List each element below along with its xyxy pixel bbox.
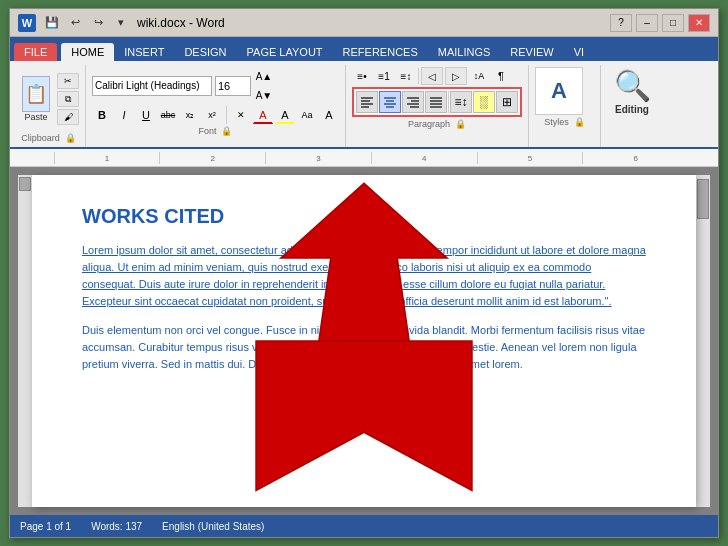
font-row1: A▲ A▼ — [92, 67, 339, 104]
tab-file[interactable]: FILE — [14, 43, 57, 61]
align-left-button[interactable] — [356, 91, 378, 113]
bold-button[interactable]: B — [92, 106, 112, 124]
undo-qat-button[interactable]: ↩ — [65, 14, 85, 32]
editing-group: 🔍 Editing — [603, 65, 663, 147]
tab-review[interactable]: REVIEW — [500, 43, 563, 61]
decrease-indent-button[interactable]: ◁ — [421, 67, 443, 85]
paragraph-align-row: ≡↕ ░ ⊞ — [352, 87, 522, 117]
paragraph-label: Paragraph 🔒 — [352, 117, 522, 131]
sort-button[interactable]: ↕A — [469, 67, 489, 85]
ruler-mark-4: 4 — [371, 152, 477, 164]
justify-button[interactable] — [425, 91, 447, 113]
subscript-button[interactable]: x₂ — [180, 106, 200, 124]
line-spacing-button[interactable]: ≡↕ — [450, 91, 472, 113]
doc-wrapper: WORKS CITED Lorem ipsum dolor sit amet, … — [10, 167, 718, 515]
multilevel-button[interactable]: ≡↕ — [396, 67, 416, 85]
numbering-button[interactable]: ≡1 — [374, 67, 394, 85]
font-a2-button[interactable]: A — [319, 106, 339, 124]
styles-icon[interactable]: A — [535, 67, 583, 115]
styles-group: A Styles 🔒 — [531, 65, 601, 147]
tab-insert[interactable]: INSERT — [114, 43, 174, 61]
ribbon: 📋 Paste ✂ ⧉ 🖌 Clipboard 🔒 A▲ A▼ — [10, 61, 718, 149]
close-button[interactable]: ✕ — [688, 14, 710, 32]
restore-button[interactable]: □ — [662, 14, 684, 32]
tab-page-layout[interactable]: PAGE LAYOUT — [237, 43, 333, 61]
tab-home[interactable]: HOME — [61, 43, 114, 61]
font-size-select[interactable] — [215, 76, 251, 96]
highlight-color-button[interactable]: A — [275, 106, 295, 124]
help-button[interactable]: ? — [610, 14, 632, 32]
minimize-button[interactable]: – — [636, 14, 658, 32]
font-aa-button[interactable]: Aa — [297, 106, 317, 124]
align-right-button[interactable] — [402, 91, 424, 113]
tab-mailings[interactable]: MAILINGS — [428, 43, 501, 61]
shading-button[interactable]: ░ — [473, 91, 495, 113]
word-window: W 💾 ↩ ↪ ▾ wiki.docx - Word ? – □ ✕ FILE … — [9, 8, 719, 538]
copy-button[interactable]: ⧉ — [57, 91, 79, 107]
paste-icon: 📋 — [22, 76, 50, 112]
tab-view[interactable]: VI — [564, 43, 594, 61]
font-label: Font 🔒 — [92, 124, 339, 138]
align-center-button[interactable] — [379, 91, 401, 113]
vertical-scrollbar[interactable] — [696, 175, 710, 507]
increase-font-button[interactable]: A▲ — [254, 67, 274, 85]
strikethrough-button[interactable]: abc — [158, 106, 178, 124]
show-hide-button[interactable]: ¶ — [491, 67, 511, 85]
vertical-scroll-up[interactable] — [19, 177, 31, 191]
decrease-font-button[interactable]: A▼ — [254, 86, 274, 104]
editing-icon: 🔍 — [614, 71, 651, 101]
document-paragraph-2: Duis elementum non orci vel congue. Fusc… — [82, 322, 646, 373]
editing-text: Editing — [615, 104, 649, 115]
italic-button[interactable]: I — [114, 106, 134, 124]
paragraph-group: ≡• ≡1 ≡↕ ◁ ▷ ↕A ¶ — [348, 65, 529, 147]
document-area: WORKS CITED Lorem ipsum dolor sit amet, … — [10, 167, 718, 515]
clear-format-button[interactable]: ✕ — [231, 106, 251, 124]
qat-more-button[interactable]: ▾ — [111, 14, 131, 32]
format-painter-button[interactable]: 🖌 — [57, 109, 79, 125]
clipboard-small-buttons: ✂ ⧉ 🖌 — [57, 73, 79, 125]
titlebar-left: W 💾 ↩ ↪ ▾ wiki.docx - Word — [18, 12, 225, 34]
titlebar: W 💾 ↩ ↪ ▾ wiki.docx - Word ? – □ ✕ — [10, 9, 718, 37]
clipboard-group: 📋 Paste ✂ ⧉ 🖌 Clipboard 🔒 — [14, 65, 86, 147]
para2-text: Duis elementum non orci vel congue. Fusc… — [82, 324, 645, 370]
font-face-select[interactable] — [92, 76, 212, 96]
window-title: wiki.docx - Word — [137, 16, 225, 30]
redo-qat-button[interactable]: ↪ — [88, 14, 108, 32]
left-scrollbar — [18, 175, 32, 507]
titlebar-controls: ? – □ ✕ — [610, 14, 710, 32]
styles-label: Styles 🔒 — [535, 115, 594, 129]
tab-references[interactable]: REFERENCES — [333, 43, 428, 61]
statusbar: Page 1 of 1 Words: 137 English (United S… — [10, 515, 718, 537]
words-status: Words: 137 — [91, 521, 142, 532]
editing-label — [607, 119, 657, 133]
ruler-mark-2: 2 — [159, 152, 265, 164]
word-app-icon: W — [18, 14, 36, 32]
ruler-mark-1: 1 — [54, 152, 160, 164]
superscript-button[interactable]: x² — [202, 106, 222, 124]
ruler-mark-6: 6 — [582, 152, 688, 164]
clipboard-controls: 📋 Paste ✂ ⧉ 🖌 — [18, 67, 79, 131]
document-paragraph-1: Lorem ipsum dolor sit amet, consectetur … — [82, 242, 646, 310]
clipboard-label: Clipboard 🔒 — [18, 131, 79, 145]
para1-text: Lorem ipsum dolor sit amet, consectetur … — [82, 244, 646, 307]
page-status: Page 1 of 1 — [20, 521, 71, 532]
save-qat-button[interactable]: 💾 — [42, 14, 62, 32]
borders-button[interactable]: ⊞ — [496, 91, 518, 113]
increase-indent-button[interactable]: ▷ — [445, 67, 467, 85]
ribbon-tabs: FILE HOME INSERT DESIGN PAGE LAYOUT REFE… — [10, 37, 718, 61]
ruler: 1 2 3 4 5 6 — [10, 149, 718, 167]
underline-button[interactable]: U — [136, 106, 156, 124]
cut-button[interactable]: ✂ — [57, 73, 79, 89]
ruler-mark-5: 5 — [477, 152, 583, 164]
scrollbar-thumb[interactable] — [697, 179, 709, 219]
ruler-mark-3: 3 — [265, 152, 371, 164]
font-color-button[interactable]: A — [253, 106, 273, 124]
document-page[interactable]: WORKS CITED Lorem ipsum dolor sit amet, … — [32, 175, 696, 507]
paste-button[interactable]: 📋 Paste — [18, 74, 54, 124]
bullets-button[interactable]: ≡• — [352, 67, 372, 85]
font-group: A▲ A▼ B I U abc x₂ x² ✕ A A Aa A Font 🔒 — [88, 65, 346, 147]
ruler-marks: 1 2 3 4 5 6 — [54, 152, 688, 164]
list-buttons: ≡• ≡1 ≡↕ ◁ ▷ ↕A ¶ — [352, 67, 522, 85]
tab-design[interactable]: DESIGN — [174, 43, 236, 61]
font-row2: B I U abc x₂ x² ✕ A A Aa A — [92, 106, 339, 124]
